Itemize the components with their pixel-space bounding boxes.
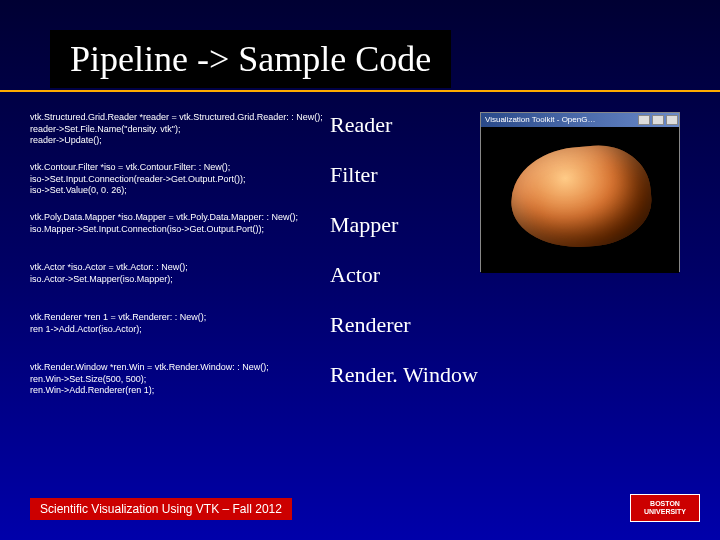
code-text: vtk.Poly.Data.Mapper *iso.Mapper = vtk.P… <box>30 212 330 235</box>
code-text: vtk.Contour.Filter *iso = vtk.Contour.Fi… <box>30 162 330 197</box>
code-text: vtk.Renderer *ren 1 = vtk.Renderer: : Ne… <box>30 312 330 335</box>
render-window-title: Visualization Toolkit - OpenG… <box>485 113 595 127</box>
maximize-icon[interactable] <box>652 115 664 125</box>
code-text: vtk.Render.Window *ren.Win = vtk.Render.… <box>30 362 330 397</box>
code-text: vtk.Structured.Grid.Reader *reader = vtk… <box>30 112 330 147</box>
window-buttons <box>637 113 679 127</box>
stage-label: Render. Window <box>330 362 480 412</box>
isosurface-render <box>507 141 655 253</box>
code-block: vtk.Contour.Filter *iso = vtk.Contour.Fi… <box>30 162 330 212</box>
content-area: vtk.Structured.Grid.Reader *reader = vtk… <box>0 112 720 412</box>
close-icon[interactable] <box>666 115 678 125</box>
image-column: Visualization Toolkit - OpenG… <box>480 112 690 412</box>
footer-text: Scientific Visualization Using VTK – Fal… <box>30 498 292 520</box>
code-block: vtk.Actor *iso.Actor = vtk.Actor: : New(… <box>30 262 330 312</box>
minimize-icon[interactable] <box>638 115 650 125</box>
stage-label: Mapper <box>330 212 480 262</box>
code-column: vtk.Structured.Grid.Reader *reader = vtk… <box>30 112 330 412</box>
code-block: vtk.Render.Window *ren.Win = vtk.Render.… <box>30 362 330 412</box>
boston-university-logo: BOSTON UNIVERSITY <box>630 494 700 522</box>
label-column: Reader Filter Mapper Actor Renderer Rend… <box>330 112 480 412</box>
code-block: vtk.Structured.Grid.Reader *reader = vtk… <box>30 112 330 162</box>
render-canvas <box>481 127 679 273</box>
code-text: vtk.Actor *iso.Actor = vtk.Actor: : New(… <box>30 262 330 285</box>
slide-title: Pipeline -> Sample Code <box>70 38 431 80</box>
divider <box>0 90 720 92</box>
stage-label: Filter <box>330 162 480 212</box>
logo-text: BOSTON UNIVERSITY <box>631 500 699 515</box>
title-bar: Pipeline -> Sample Code <box>50 30 451 88</box>
stage-label: Renderer <box>330 312 480 362</box>
stage-label: Actor <box>330 262 480 312</box>
render-window: Visualization Toolkit - OpenG… <box>480 112 680 272</box>
code-block: vtk.Renderer *ren 1 = vtk.Renderer: : Ne… <box>30 312 330 362</box>
stage-label: Reader <box>330 112 480 162</box>
code-block: vtk.Poly.Data.Mapper *iso.Mapper = vtk.P… <box>30 212 330 262</box>
render-window-titlebar: Visualization Toolkit - OpenG… <box>481 113 679 127</box>
